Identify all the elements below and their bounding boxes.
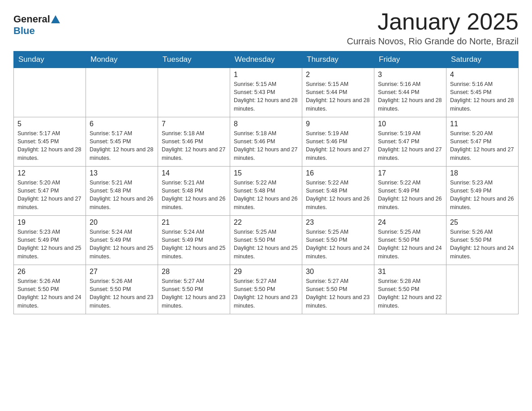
day-number: 11 [450, 120, 515, 128]
col-header-tuesday: Tuesday [158, 51, 230, 68]
day-info: Sunrise: 5:22 AMSunset: 5:49 PMDaylight:… [378, 179, 442, 211]
calendar-cell: 5Sunrise: 5:17 AMSunset: 5:45 PMDaylight… [14, 117, 86, 167]
day-number: 20 [90, 218, 154, 227]
calendar-cell: 9Sunrise: 5:19 AMSunset: 5:46 PMDaylight… [302, 117, 374, 167]
col-header-monday: Monday [86, 51, 158, 68]
calendar-cell: 4Sunrise: 5:16 AMSunset: 5:45 PMDaylight… [446, 68, 519, 117]
week-row-4: 19Sunrise: 5:23 AMSunset: 5:49 PMDayligh… [14, 216, 519, 265]
day-number: 29 [234, 268, 298, 276]
logo-blue-text: Blue [13, 25, 35, 36]
col-header-wednesday: Wednesday [230, 51, 302, 68]
calendar-cell: 10Sunrise: 5:19 AMSunset: 5:47 PMDayligh… [374, 117, 446, 167]
calendar-cell: 17Sunrise: 5:22 AMSunset: 5:49 PMDayligh… [374, 167, 446, 216]
col-header-sunday: Sunday [14, 51, 86, 68]
day-info: Sunrise: 5:26 AMSunset: 5:50 PMDaylight:… [90, 277, 154, 310]
calendar-cell: 24Sunrise: 5:25 AMSunset: 5:50 PMDayligh… [374, 216, 446, 265]
day-info: Sunrise: 5:16 AMSunset: 5:45 PMDaylight:… [450, 80, 515, 113]
calendar-cell: 14Sunrise: 5:21 AMSunset: 5:48 PMDayligh… [158, 167, 230, 216]
day-info: Sunrise: 5:22 AMSunset: 5:48 PMDaylight:… [306, 179, 370, 211]
day-number: 22 [234, 218, 298, 227]
day-number: 6 [90, 120, 154, 128]
day-number: 5 [17, 120, 82, 128]
day-info: Sunrise: 5:27 AMSunset: 5:50 PMDaylight:… [306, 277, 370, 310]
calendar-cell: 18Sunrise: 5:23 AMSunset: 5:49 PMDayligh… [446, 167, 519, 216]
day-number: 27 [90, 268, 154, 276]
logo: General Blue [13, 9, 61, 37]
calendar-cell: 29Sunrise: 5:27 AMSunset: 5:50 PMDayligh… [230, 265, 302, 314]
day-number: 2 [306, 71, 370, 79]
day-number: 21 [162, 218, 226, 227]
day-info: Sunrise: 5:21 AMSunset: 5:48 PMDaylight:… [90, 179, 154, 211]
day-number: 24 [378, 218, 442, 227]
day-number: 4 [450, 71, 515, 79]
day-number: 16 [306, 169, 370, 177]
day-info: Sunrise: 5:22 AMSunset: 5:48 PMDaylight:… [234, 179, 298, 211]
day-info: Sunrise: 5:21 AMSunset: 5:48 PMDaylight:… [162, 179, 226, 211]
day-info: Sunrise: 5:27 AMSunset: 5:50 PMDaylight:… [162, 277, 226, 310]
day-info: Sunrise: 5:26 AMSunset: 5:50 PMDaylight:… [450, 228, 515, 261]
header-row: SundayMondayTuesdayWednesdayThursdayFrid… [14, 51, 519, 68]
col-header-thursday: Thursday [302, 51, 374, 68]
calendar-cell: 3Sunrise: 5:16 AMSunset: 5:44 PMDaylight… [374, 68, 446, 117]
day-info: Sunrise: 5:24 AMSunset: 5:49 PMDaylight:… [162, 228, 226, 261]
day-info: Sunrise: 5:23 AMSunset: 5:49 PMDaylight:… [450, 179, 515, 211]
title-block: January 2025 Currais Novos, Rio Grande d… [347, 9, 519, 47]
day-number: 7 [162, 120, 226, 128]
day-info: Sunrise: 5:18 AMSunset: 5:46 PMDaylight:… [162, 129, 226, 162]
calendar-cell [158, 68, 230, 117]
day-number: 9 [306, 120, 370, 128]
day-number: 17 [378, 169, 442, 177]
day-number: 23 [306, 218, 370, 227]
day-number: 31 [378, 268, 442, 276]
calendar-cell: 1Sunrise: 5:15 AMSunset: 5:43 PMDaylight… [230, 68, 302, 117]
day-info: Sunrise: 5:17 AMSunset: 5:45 PMDaylight:… [90, 129, 154, 162]
day-info: Sunrise: 5:23 AMSunset: 5:49 PMDaylight:… [17, 228, 82, 261]
calendar-cell: 16Sunrise: 5:22 AMSunset: 5:48 PMDayligh… [302, 167, 374, 216]
calendar-cell: 28Sunrise: 5:27 AMSunset: 5:50 PMDayligh… [158, 265, 230, 314]
day-number: 3 [378, 71, 442, 79]
calendar-cell [446, 265, 519, 314]
day-number: 18 [450, 169, 515, 177]
week-row-5: 26Sunrise: 5:26 AMSunset: 5:50 PMDayligh… [14, 265, 519, 314]
day-info: Sunrise: 5:25 AMSunset: 5:50 PMDaylight:… [306, 228, 370, 261]
calendar-cell [86, 68, 158, 117]
day-info: Sunrise: 5:26 AMSunset: 5:50 PMDaylight:… [17, 277, 82, 310]
col-header-saturday: Saturday [446, 51, 519, 68]
day-info: Sunrise: 5:19 AMSunset: 5:46 PMDaylight:… [306, 129, 370, 162]
day-info: Sunrise: 5:20 AMSunset: 5:47 PMDaylight:… [17, 179, 82, 211]
day-info: Sunrise: 5:15 AMSunset: 5:43 PMDaylight:… [234, 80, 298, 113]
calendar-cell: 20Sunrise: 5:24 AMSunset: 5:49 PMDayligh… [86, 216, 158, 265]
day-number: 10 [378, 120, 442, 128]
day-number: 15 [234, 169, 298, 177]
day-info: Sunrise: 5:28 AMSunset: 5:50 PMDaylight:… [378, 277, 442, 310]
calendar-cell: 19Sunrise: 5:23 AMSunset: 5:49 PMDayligh… [14, 216, 86, 265]
day-number: 28 [162, 268, 226, 276]
day-number: 8 [234, 120, 298, 128]
day-info: Sunrise: 5:20 AMSunset: 5:47 PMDaylight:… [450, 129, 515, 162]
calendar-cell: 13Sunrise: 5:21 AMSunset: 5:48 PMDayligh… [86, 167, 158, 216]
location-text: Currais Novos, Rio Grande do Norte, Braz… [347, 36, 519, 47]
col-header-friday: Friday [374, 51, 446, 68]
calendar-cell: 27Sunrise: 5:26 AMSunset: 5:50 PMDayligh… [86, 265, 158, 314]
calendar-cell: 25Sunrise: 5:26 AMSunset: 5:50 PMDayligh… [446, 216, 519, 265]
day-number: 12 [17, 169, 82, 177]
calendar-cell: 26Sunrise: 5:26 AMSunset: 5:50 PMDayligh… [14, 265, 86, 314]
calendar-cell [14, 68, 86, 117]
calendar-cell: 12Sunrise: 5:20 AMSunset: 5:47 PMDayligh… [14, 167, 86, 216]
calendar-cell: 21Sunrise: 5:24 AMSunset: 5:49 PMDayligh… [158, 216, 230, 265]
day-number: 30 [306, 268, 370, 276]
month-title: January 2025 [347, 9, 519, 34]
calendar-cell: 6Sunrise: 5:17 AMSunset: 5:45 PMDaylight… [86, 117, 158, 167]
day-number: 25 [450, 218, 515, 227]
day-info: Sunrise: 5:17 AMSunset: 5:45 PMDaylight:… [17, 129, 82, 162]
day-info: Sunrise: 5:18 AMSunset: 5:46 PMDaylight:… [234, 129, 298, 162]
calendar-cell: 31Sunrise: 5:28 AMSunset: 5:50 PMDayligh… [374, 265, 446, 314]
day-number: 13 [90, 169, 154, 177]
day-info: Sunrise: 5:15 AMSunset: 5:44 PMDaylight:… [306, 80, 370, 113]
day-info: Sunrise: 5:25 AMSunset: 5:50 PMDaylight:… [234, 228, 298, 261]
calendar-cell: 8Sunrise: 5:18 AMSunset: 5:46 PMDaylight… [230, 117, 302, 167]
week-row-3: 12Sunrise: 5:20 AMSunset: 5:47 PMDayligh… [14, 167, 519, 216]
day-number: 26 [17, 268, 82, 276]
day-number: 19 [17, 218, 82, 227]
day-number: 1 [234, 71, 298, 79]
